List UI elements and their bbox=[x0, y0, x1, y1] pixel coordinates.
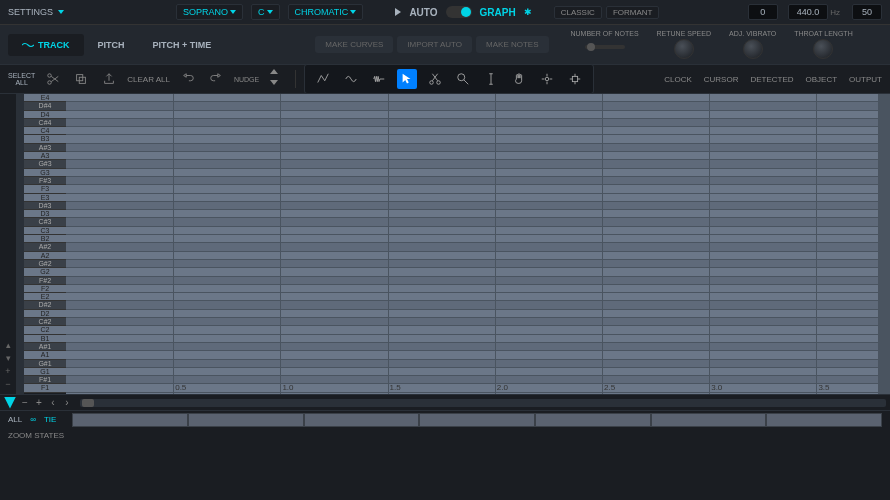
ibeam-tool-icon[interactable] bbox=[481, 69, 501, 89]
vctrl-up-icon[interactable]: ▴ bbox=[3, 341, 13, 351]
key-F3[interactable]: F3 bbox=[24, 185, 66, 193]
gridline bbox=[388, 94, 389, 394]
key-D4[interactable]: D4 bbox=[24, 111, 66, 119]
cut-tool-icon[interactable] bbox=[425, 69, 445, 89]
key-dropdown[interactable]: C bbox=[251, 4, 280, 20]
make-curves-button[interactable]: MAKE CURVES bbox=[315, 36, 393, 53]
nudge-up-down-icon[interactable] bbox=[267, 69, 287, 89]
key-G1[interactable]: G1 bbox=[24, 368, 66, 376]
key-D#2[interactable]: D#2 bbox=[24, 301, 66, 309]
time-label: 1.0 bbox=[282, 383, 293, 392]
curve-tool-icon[interactable] bbox=[341, 69, 361, 89]
key-A#2[interactable]: A#2 bbox=[24, 243, 66, 251]
tab-pitch-time[interactable]: PITCH + TIME bbox=[139, 34, 226, 56]
menu-triangle-button[interactable] bbox=[4, 397, 16, 409]
zoom-tool-icon[interactable] bbox=[453, 69, 473, 89]
scissors-icon[interactable] bbox=[43, 69, 63, 89]
clear-all-button[interactable]: CLEAR ALL bbox=[127, 75, 170, 84]
key-D3[interactable]: D3 bbox=[24, 210, 66, 218]
key-G#3[interactable]: G#3 bbox=[24, 160, 66, 168]
formant-tab[interactable]: FORMANT bbox=[606, 6, 660, 19]
transpose-value[interactable]: 0 bbox=[748, 4, 778, 20]
right-scrollbar[interactable] bbox=[878, 94, 890, 394]
key-A1[interactable]: A1 bbox=[24, 351, 66, 359]
all-button[interactable]: ALL bbox=[8, 415, 22, 424]
key-C2[interactable]: C2 bbox=[24, 326, 66, 334]
import-auto-button[interactable]: IMPORT AUTO bbox=[397, 36, 472, 53]
key-C#4[interactable]: C#4 bbox=[24, 119, 66, 127]
export-icon[interactable] bbox=[99, 69, 119, 89]
key-E2[interactable]: E2 bbox=[24, 293, 66, 301]
grid-row bbox=[66, 144, 878, 152]
scroll-left-button[interactable]: ‹ bbox=[48, 398, 58, 408]
classic-tab[interactable]: CLASSIC bbox=[554, 6, 602, 19]
key-A#1[interactable]: A#1 bbox=[24, 343, 66, 351]
bottom-track[interactable] bbox=[72, 413, 882, 427]
tie-button[interactable]: TIE bbox=[44, 415, 56, 424]
auto-mode-button[interactable]: AUTO bbox=[409, 7, 437, 18]
vctrl-plus-icon[interactable]: + bbox=[3, 367, 13, 377]
mode-toggle[interactable] bbox=[446, 6, 472, 18]
hscroll-track[interactable] bbox=[80, 399, 886, 407]
grid-row bbox=[66, 111, 878, 119]
scroll-right-button[interactable]: › bbox=[62, 398, 72, 408]
key-C#3[interactable]: C#3 bbox=[24, 218, 66, 226]
key-G#1[interactable]: G#1 bbox=[24, 360, 66, 368]
key-E4[interactable]: E4 bbox=[24, 94, 66, 102]
key-E3[interactable]: E3 bbox=[24, 194, 66, 202]
key-F#3[interactable]: F#3 bbox=[24, 177, 66, 185]
key-B3[interactable]: B3 bbox=[24, 135, 66, 143]
vctrl-minus-icon[interactable]: − bbox=[3, 380, 13, 390]
hscroll-thumb[interactable] bbox=[82, 399, 94, 407]
redo-icon[interactable] bbox=[206, 69, 226, 89]
tab-track[interactable]: TRACK bbox=[8, 34, 84, 56]
key-G2[interactable]: G2 bbox=[24, 268, 66, 276]
key-B1[interactable]: B1 bbox=[24, 335, 66, 343]
key-D#3[interactable]: D#3 bbox=[24, 202, 66, 210]
line-tool-icon[interactable] bbox=[313, 69, 333, 89]
key-C#2[interactable]: C#2 bbox=[24, 318, 66, 326]
key-C4[interactable]: C4 bbox=[24, 127, 66, 135]
vibrato-tool-icon[interactable] bbox=[369, 69, 389, 89]
key-A2[interactable]: A2 bbox=[24, 252, 66, 260]
vctrl-down-icon[interactable]: ▾ bbox=[3, 354, 13, 364]
make-notes-button[interactable]: MAKE NOTES bbox=[476, 36, 548, 53]
grid-row bbox=[66, 360, 878, 368]
grid-row bbox=[66, 185, 878, 193]
key-G3[interactable]: G3 bbox=[24, 169, 66, 177]
target-tool-icon[interactable] bbox=[537, 69, 557, 89]
graph-mode-button[interactable]: GRAPH bbox=[480, 7, 516, 18]
tab-pitch[interactable]: PITCH bbox=[84, 34, 139, 56]
key-B2[interactable]: B2 bbox=[24, 235, 66, 243]
key-A3[interactable]: A3 bbox=[24, 152, 66, 160]
throat-length-knob[interactable] bbox=[813, 39, 833, 59]
num-notes-slider[interactable] bbox=[585, 45, 625, 49]
arrow-tool-icon[interactable] bbox=[397, 69, 417, 89]
snap-tool-icon[interactable] bbox=[565, 69, 585, 89]
time-label: 1.5 bbox=[390, 383, 401, 392]
undo-icon[interactable] bbox=[178, 69, 198, 89]
hand-tool-icon[interactable] bbox=[509, 69, 529, 89]
key-D#4[interactable]: D#4 bbox=[24, 102, 66, 110]
adj-vibrato-knob[interactable] bbox=[743, 39, 763, 59]
key-F#1[interactable]: F#1 bbox=[24, 376, 66, 384]
key-F#2[interactable]: F#2 bbox=[24, 277, 66, 285]
key-C3[interactable]: C3 bbox=[24, 227, 66, 235]
play-icon[interactable] bbox=[395, 8, 401, 16]
ref-freq-value[interactable]: 440.0 bbox=[788, 4, 829, 20]
pitch-grid[interactable]: 0.51.01.52.02.53.03.5 bbox=[66, 94, 878, 394]
value-3[interactable]: 50 bbox=[852, 4, 882, 20]
copy-icon[interactable] bbox=[71, 69, 91, 89]
settings-menu[interactable]: SETTINGS bbox=[8, 7, 64, 17]
key-F1[interactable]: F1 bbox=[24, 384, 66, 392]
key-G#2[interactable]: G#2 bbox=[24, 260, 66, 268]
zoom-in-h-button[interactable]: + bbox=[34, 398, 44, 408]
voice-type-dropdown[interactable]: SOPRANO bbox=[176, 4, 243, 20]
key-A#3[interactable]: A#3 bbox=[24, 144, 66, 152]
select-all-button[interactable]: SELECT ALL bbox=[8, 72, 35, 86]
scale-dropdown[interactable]: CHROMATIC bbox=[288, 4, 364, 20]
key-F2[interactable]: F2 bbox=[24, 285, 66, 293]
retune-speed-knob[interactable] bbox=[674, 39, 694, 59]
zoom-out-h-button[interactable]: − bbox=[20, 398, 30, 408]
key-D2[interactable]: D2 bbox=[24, 310, 66, 318]
